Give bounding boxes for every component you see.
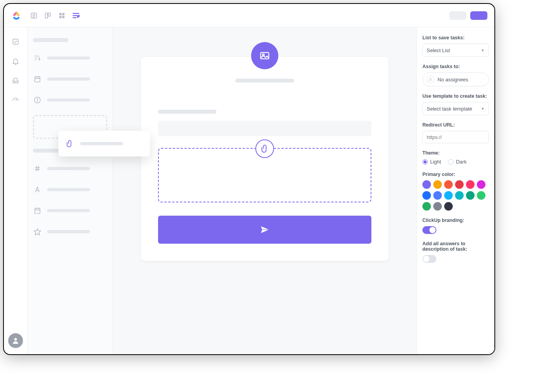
field-date-2[interactable]	[33, 205, 107, 216]
field-rating[interactable]	[33, 226, 107, 237]
svg-rect-7	[62, 13, 65, 15]
send-icon	[260, 225, 270, 235]
color-swatches	[422, 180, 489, 211]
theme-label: Theme:	[422, 150, 489, 156]
calendar-icon	[33, 75, 42, 83]
field-sort[interactable]	[33, 52, 107, 64]
svg-line-28	[36, 166, 37, 171]
svg-point-25	[37, 98, 38, 99]
attachment-badge-icon	[255, 139, 274, 158]
primary-color-label: Primary color:	[422, 172, 489, 177]
user-avatar[interactable]	[8, 333, 23, 348]
assignee-select[interactable]: No assignees	[422, 72, 489, 86]
view-form-icon[interactable]	[72, 11, 80, 20]
rail-inbox-icon[interactable]	[11, 76, 20, 85]
field-label-placeholder	[47, 209, 90, 212]
view-board-icon[interactable]	[44, 11, 52, 20]
star-icon	[33, 227, 42, 236]
color-swatch[interactable]	[466, 180, 475, 189]
app-window: List to save tasks: Select List ▼ Assign…	[4, 4, 494, 354]
left-rail	[4, 27, 27, 354]
theme-light-radio[interactable]: Light	[422, 159, 441, 165]
field-info[interactable]	[33, 94, 107, 106]
svg-marker-35	[34, 229, 41, 235]
svg-rect-5	[48, 13, 51, 16]
color-swatch[interactable]	[422, 202, 431, 211]
field-number[interactable]	[33, 163, 107, 174]
answers-toggle[interactable]	[422, 255, 436, 263]
color-swatch[interactable]	[433, 191, 442, 200]
svg-rect-36	[261, 53, 269, 59]
template-label: Use template to create task:	[422, 93, 489, 99]
svg-rect-13	[13, 39, 18, 44]
svg-rect-6	[59, 13, 62, 15]
settings-panel: List to save tasks: Select List ▼ Assign…	[417, 27, 494, 354]
svg-point-38	[430, 78, 431, 79]
rail-notifications-icon[interactable]	[11, 57, 20, 65]
template-select[interactable]: Select task template ▼	[422, 102, 489, 115]
form-canvas	[113, 27, 417, 354]
svg-point-15	[14, 338, 17, 341]
color-swatch[interactable]	[422, 191, 431, 200]
calendar-icon	[33, 206, 42, 215]
color-swatch[interactable]	[422, 180, 431, 189]
hash-icon	[33, 164, 42, 173]
rail-tasks-icon[interactable]	[11, 37, 20, 46]
form-title-placeholder[interactable]	[236, 79, 294, 83]
font-icon	[33, 185, 42, 194]
svg-rect-8	[59, 16, 62, 18]
svg-rect-31	[35, 208, 40, 213]
clickup-logo	[11, 10, 22, 21]
color-swatch[interactable]	[444, 191, 453, 200]
color-swatch[interactable]	[455, 180, 464, 189]
field-text[interactable]	[33, 184, 107, 195]
svg-rect-9	[62, 16, 65, 18]
sidebar-heading-1	[33, 38, 68, 42]
list-select[interactable]: Select List ▼	[422, 44, 489, 57]
field-date[interactable]	[33, 73, 107, 85]
color-swatch[interactable]	[444, 202, 453, 211]
color-swatch[interactable]	[466, 191, 475, 200]
attachment-icon	[65, 139, 74, 148]
dragged-field-attachment[interactable]	[58, 131, 150, 156]
view-list-icon[interactable]	[30, 11, 38, 20]
color-swatch[interactable]	[477, 191, 485, 200]
assign-label: Assign tasks to:	[422, 64, 489, 69]
form-cover-badge[interactable]	[251, 42, 278, 69]
color-swatch[interactable]	[477, 180, 485, 189]
chevron-down-icon: ▼	[481, 107, 485, 111]
attachment-dropzone[interactable]	[158, 148, 371, 202]
list-select-value: Select List	[427, 47, 450, 53]
color-swatch[interactable]	[433, 180, 442, 189]
field-label-placeholder	[47, 188, 90, 191]
branding-label: ClickUp branding:	[422, 218, 489, 223]
topbar-action-button[interactable]	[470, 11, 487, 20]
redirect-input[interactable]	[422, 131, 489, 143]
info-icon	[33, 96, 42, 104]
template-select-value: Select task template	[427, 106, 472, 112]
field-label-placeholder	[47, 77, 90, 81]
question-label-placeholder[interactable]	[158, 110, 216, 114]
redirect-label: Redirect URL:	[422, 122, 489, 128]
rail-dashboard-icon[interactable]	[11, 96, 20, 104]
svg-line-14	[16, 99, 17, 100]
fields-sidebar	[27, 27, 113, 354]
view-grid-icon[interactable]	[58, 11, 66, 20]
branding-toggle[interactable]	[422, 226, 436, 234]
question-input[interactable]	[158, 121, 371, 136]
submit-button[interactable]	[158, 216, 371, 244]
theme-dark-radio[interactable]: Dark	[448, 159, 466, 165]
topbar	[4, 4, 494, 27]
dragged-field-label	[80, 142, 123, 145]
chevron-down-icon: ▼	[481, 48, 485, 53]
color-swatch[interactable]	[455, 191, 464, 200]
answers-label: Add all answers to description of task:	[422, 241, 489, 252]
svg-rect-4	[45, 13, 47, 18]
form-card	[141, 57, 389, 261]
field-label-placeholder	[47, 167, 90, 170]
sort-icon	[33, 54, 42, 62]
color-swatch[interactable]	[444, 180, 453, 189]
topbar-placeholder-1	[449, 11, 466, 20]
field-label-placeholder	[47, 98, 90, 102]
color-swatch[interactable]	[433, 202, 442, 211]
